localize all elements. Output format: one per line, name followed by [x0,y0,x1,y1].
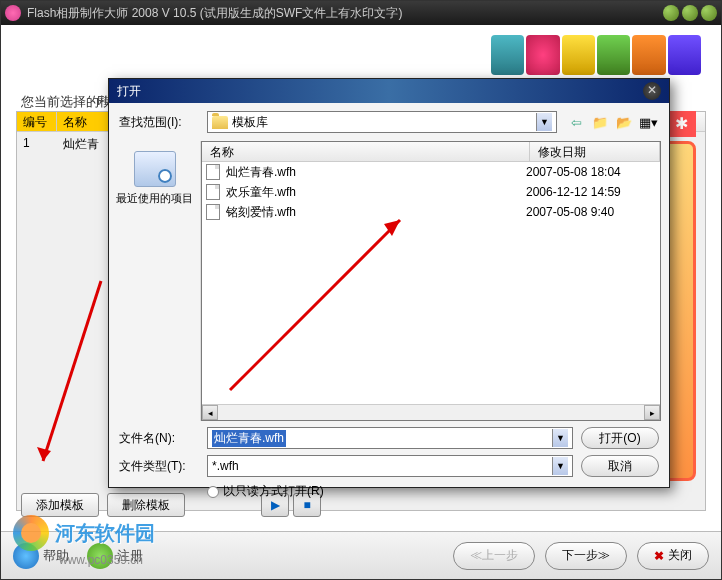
file-icon [206,204,220,220]
radio-icon [207,486,219,498]
recent-icon [134,151,176,187]
filename-label: 文件名(N): [119,430,199,447]
back-icon[interactable]: ⇦ [565,112,587,132]
file-row[interactable]: 灿烂青春.wfh 2007-05-08 18:04 [202,162,660,182]
filecol-name[interactable]: 名称 [202,142,530,161]
lookin-label: 查找范围(I): [119,114,199,131]
scroll-left-icon[interactable]: ◂ [202,405,218,420]
filetype-combo[interactable]: *.wfh ▼ [207,455,573,477]
maximize-button[interactable] [682,5,698,21]
next-button[interactable]: 下一步≫ [545,542,627,570]
watermark-brand: 河东软件园 [55,520,155,547]
watermark: 河东软件园 [13,515,155,551]
horizontal-scrollbar[interactable]: ◂ ▸ [202,404,660,420]
close-button[interactable] [701,5,717,21]
recent-places[interactable]: 最近使用的项目 [113,145,196,212]
open-button[interactable]: 打开(O) [581,427,659,449]
new-folder-icon[interactable]: 📂 [613,112,635,132]
view-menu-icon[interactable]: ▦▾ [637,112,659,132]
chevron-down-icon[interactable]: ▼ [536,113,552,131]
close-app-button[interactable]: ✖ 关闭 [637,542,709,570]
up-folder-icon[interactable]: 📁 [589,112,611,132]
file-icon [206,164,220,180]
col-num[interactable]: 编号 [17,112,57,131]
places-bar: 最近使用的项目 [109,141,201,421]
filecol-date[interactable]: 修改日期 [530,142,660,161]
chevron-down-icon[interactable]: ▼ [552,429,568,447]
file-icon [206,184,220,200]
app-icon [5,5,21,21]
cell-num: 1 [17,134,57,155]
dialog-title: 打开 [117,83,643,100]
filename-input[interactable]: 灿烂青春.wfh ▼ [207,427,573,449]
watermark-logo-icon [13,515,49,551]
preview-star-icon[interactable]: ✱ [672,115,690,133]
chevron-down-icon[interactable]: ▼ [552,457,568,475]
watermark-url: www.pc0359.cn [59,553,143,567]
cancel-button[interactable]: 取消 [581,455,659,477]
titlebar: Flash相册制作大师 2008 V 10.5 (试用版生成的SWF文件上有水印… [1,1,721,25]
scroll-right-icon[interactable]: ▸ [644,405,660,420]
dialog-titlebar[interactable]: 打开 ✕ [109,79,669,103]
readonly-check[interactable]: 以只读方式打开(R) [207,483,659,500]
minimize-button[interactable] [663,5,679,21]
window-title: Flash相册制作大师 2008 V 10.5 (试用版生成的SWF文件上有水印… [27,5,663,22]
lookin-value: 模板库 [232,114,268,131]
decorative-strip [491,31,701,79]
lookin-combo[interactable]: 模板库 ▼ [207,111,557,133]
add-template-button[interactable]: 添加模板 [21,493,99,517]
file-row[interactable]: 欢乐童年.wfh 2006-12-12 14:59 [202,182,660,202]
dialog-close-button[interactable]: ✕ [643,82,661,100]
folder-icon [212,116,228,129]
filetype-label: 文件类型(T): [119,458,199,475]
open-dialog: 打开 ✕ 查找范围(I): 模板库 ▼ ⇦ 📁 📂 ▦▾ 最近使用的项目 名称 [108,78,670,488]
prev-button[interactable]: ≪上一步 [453,542,535,570]
file-row[interactable]: 铭刻爱情.wfh 2007-05-08 9:40 [202,202,660,222]
file-list: 名称 修改日期 灿烂青春.wfh 2007-05-08 18:04 欢乐童年.w… [201,141,661,421]
